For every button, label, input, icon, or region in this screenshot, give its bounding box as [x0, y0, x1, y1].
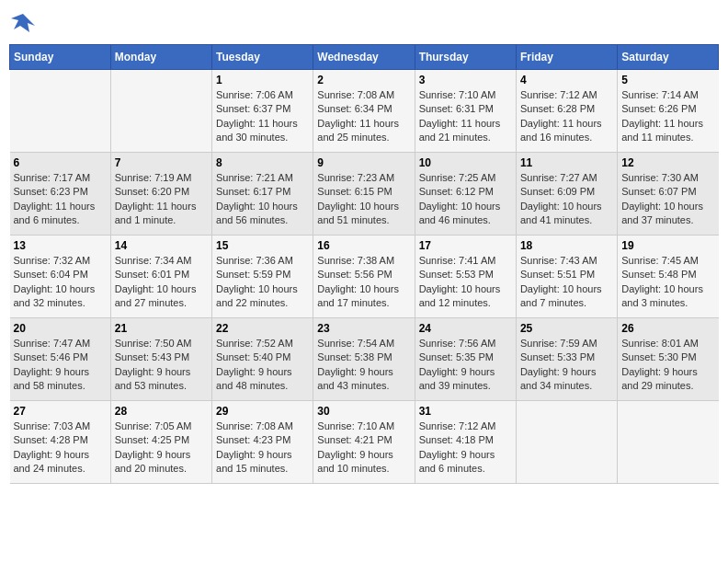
day-info: Sunrise: 7:19 AM Sunset: 6:20 PM Dayligh…: [115, 171, 208, 228]
col-header-thursday: Thursday: [415, 45, 516, 70]
day-number: 22: [216, 322, 309, 335]
day-number: 26: [621, 322, 714, 335]
day-number: 6: [14, 156, 107, 169]
col-header-monday: Monday: [110, 45, 211, 70]
calendar-week-4: 27Sunrise: 7:03 AM Sunset: 4:28 PM Dayli…: [10, 401, 719, 484]
day-info: Sunrise: 8:01 AM Sunset: 5:30 PM Dayligh…: [621, 337, 714, 394]
calendar-cell: 18Sunrise: 7:43 AM Sunset: 5:51 PM Dayli…: [516, 236, 617, 318]
day-number: 16: [317, 239, 410, 252]
day-info: Sunrise: 7:38 AM Sunset: 5:56 PM Dayligh…: [317, 254, 410, 311]
col-header-tuesday: Tuesday: [212, 45, 313, 70]
day-number: 17: [419, 239, 512, 252]
day-info: Sunrise: 7:43 AM Sunset: 5:51 PM Dayligh…: [520, 254, 613, 311]
day-number: 12: [621, 156, 714, 169]
calendar-cell: 31Sunrise: 7:12 AM Sunset: 4:18 PM Dayli…: [415, 401, 516, 484]
svg-marker-0: [11, 14, 35, 32]
calendar-cell: 5Sunrise: 7:14 AM Sunset: 6:26 PM Daylig…: [618, 70, 719, 153]
day-info: Sunrise: 7:21 AM Sunset: 6:17 PM Dayligh…: [216, 171, 309, 228]
day-number: 9: [317, 156, 410, 169]
logo: [9, 9, 40, 37]
day-info: Sunrise: 7:30 AM Sunset: 6:07 PM Dayligh…: [621, 171, 714, 228]
day-number: 21: [115, 322, 208, 335]
day-number: 30: [317, 405, 410, 418]
day-number: 3: [419, 74, 512, 86]
calendar-cell: 29Sunrise: 7:08 AM Sunset: 4:23 PM Dayli…: [212, 401, 313, 484]
day-info: Sunrise: 7:23 AM Sunset: 6:15 PM Dayligh…: [317, 171, 410, 228]
calendar-cell: 23Sunrise: 7:54 AM Sunset: 5:38 PM Dayli…: [313, 318, 415, 401]
calendar-week-1: 6Sunrise: 7:17 AM Sunset: 6:23 PM Daylig…: [10, 153, 719, 236]
calendar-cell: 25Sunrise: 7:59 AM Sunset: 5:33 PM Dayli…: [516, 318, 617, 401]
day-number: 24: [419, 322, 512, 335]
calendar-cell: 30Sunrise: 7:10 AM Sunset: 4:21 PM Dayli…: [313, 401, 415, 484]
calendar-week-0: 1Sunrise: 7:06 AM Sunset: 6:37 PM Daylig…: [10, 70, 719, 153]
day-number: 19: [621, 239, 714, 252]
calendar-cell: 10Sunrise: 7:25 AM Sunset: 6:12 PM Dayli…: [415, 153, 516, 236]
day-info: Sunrise: 7:12 AM Sunset: 4:18 PM Dayligh…: [419, 419, 512, 477]
calendar-cell: 8Sunrise: 7:21 AM Sunset: 6:17 PM Daylig…: [212, 153, 313, 236]
col-header-saturday: Saturday: [618, 45, 719, 70]
day-number: 28: [115, 405, 208, 418]
calendar-table: SundayMondayTuesdayWednesdayThursdayFrid…: [9, 44, 719, 484]
calendar-cell: 19Sunrise: 7:45 AM Sunset: 5:48 PM Dayli…: [618, 236, 719, 318]
calendar-cell: [10, 70, 111, 153]
day-info: Sunrise: 7:10 AM Sunset: 4:21 PM Dayligh…: [317, 419, 410, 477]
day-info: Sunrise: 7:56 AM Sunset: 5:35 PM Dayligh…: [419, 337, 512, 394]
day-number: 1: [216, 74, 309, 86]
calendar-cell: 4Sunrise: 7:12 AM Sunset: 6:28 PM Daylig…: [516, 70, 617, 153]
day-number: 13: [14, 239, 107, 252]
day-info: Sunrise: 7:08 AM Sunset: 4:23 PM Dayligh…: [216, 419, 309, 477]
day-number: 31: [419, 405, 512, 418]
calendar-cell: 9Sunrise: 7:23 AM Sunset: 6:15 PM Daylig…: [313, 153, 415, 236]
day-info: Sunrise: 7:36 AM Sunset: 5:59 PM Dayligh…: [216, 254, 309, 311]
day-info: Sunrise: 7:34 AM Sunset: 6:01 PM Dayligh…: [115, 254, 208, 311]
calendar-cell: 12Sunrise: 7:30 AM Sunset: 6:07 PM Dayli…: [618, 153, 719, 236]
day-number: 8: [216, 156, 309, 169]
day-number: 15: [216, 239, 309, 252]
calendar-cell: [110, 70, 211, 153]
day-info: Sunrise: 7:54 AM Sunset: 5:38 PM Dayligh…: [317, 337, 410, 394]
calendar-cell: 1Sunrise: 7:06 AM Sunset: 6:37 PM Daylig…: [212, 70, 313, 153]
calendar-cell: 28Sunrise: 7:05 AM Sunset: 4:25 PM Dayli…: [110, 401, 211, 484]
col-header-friday: Friday: [516, 45, 617, 70]
day-number: 10: [419, 156, 512, 169]
calendar-cell: 21Sunrise: 7:50 AM Sunset: 5:43 PM Dayli…: [110, 318, 211, 401]
day-info: Sunrise: 7:06 AM Sunset: 6:37 PM Dayligh…: [216, 88, 309, 145]
day-number: 4: [520, 74, 613, 86]
day-info: Sunrise: 7:10 AM Sunset: 6:31 PM Dayligh…: [419, 88, 512, 145]
day-info: Sunrise: 7:12 AM Sunset: 6:28 PM Dayligh…: [520, 88, 613, 145]
calendar-cell: 24Sunrise: 7:56 AM Sunset: 5:35 PM Dayli…: [415, 318, 516, 401]
calendar-cell: 15Sunrise: 7:36 AM Sunset: 5:59 PM Dayli…: [212, 236, 313, 318]
calendar-cell: [516, 401, 617, 484]
day-info: Sunrise: 7:27 AM Sunset: 6:09 PM Dayligh…: [520, 171, 613, 228]
calendar-cell: 3Sunrise: 7:10 AM Sunset: 6:31 PM Daylig…: [415, 70, 516, 153]
day-info: Sunrise: 7:47 AM Sunset: 5:46 PM Dayligh…: [14, 337, 107, 394]
calendar-cell: 27Sunrise: 7:03 AM Sunset: 4:28 PM Dayli…: [10, 401, 111, 484]
day-info: Sunrise: 7:52 AM Sunset: 5:40 PM Dayligh…: [216, 337, 309, 394]
calendar-cell: 20Sunrise: 7:47 AM Sunset: 5:46 PM Dayli…: [10, 318, 111, 401]
calendar-cell: 13Sunrise: 7:32 AM Sunset: 6:04 PM Dayli…: [10, 236, 111, 318]
day-info: Sunrise: 7:50 AM Sunset: 5:43 PM Dayligh…: [115, 337, 208, 394]
day-number: 18: [520, 239, 613, 252]
calendar-cell: 11Sunrise: 7:27 AM Sunset: 6:09 PM Dayli…: [516, 153, 617, 236]
day-number: 25: [520, 322, 613, 335]
day-number: 29: [216, 405, 309, 418]
calendar-cell: 6Sunrise: 7:17 AM Sunset: 6:23 PM Daylig…: [10, 153, 111, 236]
page-header: [9, 9, 719, 37]
calendar-cell: 22Sunrise: 7:52 AM Sunset: 5:40 PM Dayli…: [212, 318, 313, 401]
day-number: 23: [317, 322, 410, 335]
day-info: Sunrise: 7:41 AM Sunset: 5:53 PM Dayligh…: [419, 254, 512, 311]
logo-icon: [9, 9, 37, 37]
calendar-cell: 17Sunrise: 7:41 AM Sunset: 5:53 PM Dayli…: [415, 236, 516, 318]
day-info: Sunrise: 7:32 AM Sunset: 6:04 PM Dayligh…: [14, 254, 107, 311]
calendar-cell: 16Sunrise: 7:38 AM Sunset: 5:56 PM Dayli…: [313, 236, 415, 318]
day-number: 11: [520, 156, 613, 169]
day-number: 27: [14, 405, 107, 418]
day-number: 2: [317, 74, 410, 86]
calendar-cell: 7Sunrise: 7:19 AM Sunset: 6:20 PM Daylig…: [110, 153, 211, 236]
day-number: 5: [621, 74, 714, 86]
day-info: Sunrise: 7:25 AM Sunset: 6:12 PM Dayligh…: [419, 171, 512, 228]
col-header-sunday: Sunday: [10, 45, 111, 70]
day-info: Sunrise: 7:05 AM Sunset: 4:25 PM Dayligh…: [115, 419, 208, 477]
day-number: 20: [14, 322, 107, 335]
calendar-cell: 2Sunrise: 7:08 AM Sunset: 6:34 PM Daylig…: [313, 70, 415, 153]
